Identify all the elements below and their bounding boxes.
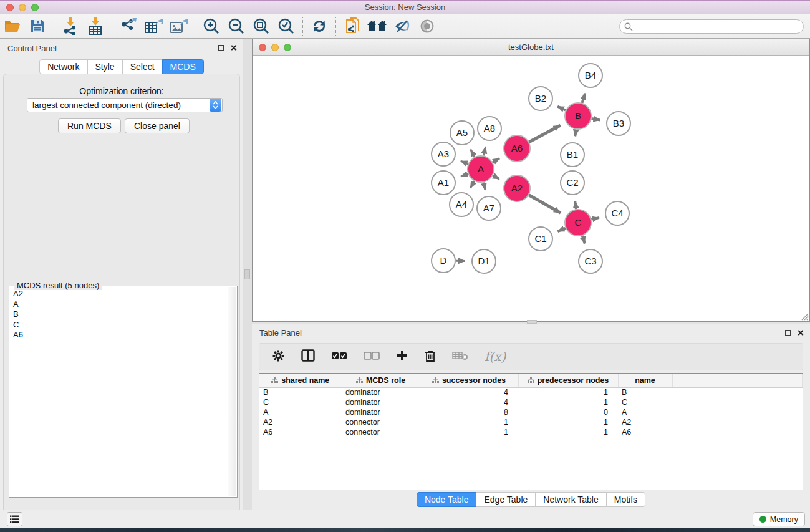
zoom-fit-icon[interactable]: [249, 15, 274, 37]
import-table-icon[interactable]: [83, 15, 108, 37]
zoom-selected-icon[interactable]: [274, 15, 299, 37]
table-cell[interactable]: 4: [420, 387, 518, 397]
column-header-successor-nodes[interactable]: successor nodes: [420, 374, 518, 387]
table-cell[interactable]: 1: [518, 387, 618, 397]
result-list-item[interactable]: A6: [11, 330, 227, 341]
column-view-icon[interactable]: [301, 349, 315, 364]
table-cell[interactable]: connector: [342, 427, 420, 437]
tab-mcds[interactable]: MCDS: [162, 59, 204, 74]
edge-C-C2[interactable]: [575, 201, 576, 210]
add-icon[interactable]: [396, 349, 408, 364]
table-cell[interactable]: dominator: [342, 387, 420, 397]
table-row[interactable]: Cdominator41C: [259, 397, 803, 407]
node-B4[interactable]: B4: [579, 64, 602, 87]
delete-table-icon[interactable]: [452, 351, 468, 363]
show-details-icon[interactable]: [415, 15, 440, 37]
refresh-layout-icon[interactable]: [307, 15, 332, 37]
node-B1[interactable]: B1: [561, 143, 584, 167]
table-cell[interactable]: connector: [342, 417, 420, 427]
node-C[interactable]: C: [565, 210, 591, 236]
tab-node-table[interactable]: Node Table: [417, 492, 477, 507]
node-C1[interactable]: C1: [529, 227, 552, 251]
save-session-icon[interactable]: [25, 15, 50, 37]
run-mcds-button[interactable]: Run MCDS: [58, 118, 121, 133]
mcds-result-list[interactable]: A2ABCA6: [11, 289, 227, 496]
clone-network-icon[interactable]: [340, 15, 365, 37]
edge-A-A2[interactable]: [493, 175, 499, 179]
table-row[interactable]: Adominator80A: [259, 407, 803, 417]
edge-A-A4[interactable]: [470, 181, 474, 188]
table-cell[interactable]: A6: [259, 427, 342, 437]
column-header-MCDS-role[interactable]: MCDS role: [342, 374, 420, 387]
tab-edge-table[interactable]: Edge Table: [476, 492, 536, 507]
node-D[interactable]: D: [432, 249, 455, 273]
edge-A-A7[interactable]: [483, 183, 485, 190]
home-icon[interactable]: [365, 15, 390, 37]
node-A3[interactable]: A3: [432, 142, 455, 166]
gear-icon[interactable]: [272, 349, 285, 365]
edge-A-A8[interactable]: [484, 147, 486, 155]
table-cell[interactable]: 1: [518, 397, 618, 407]
zoom-in-icon[interactable]: [199, 15, 224, 37]
network-canvas[interactable]: B4B2BB3A8A5A6A3B1AA1C2A2A4A7C4CC1C3DD1: [253, 56, 809, 321]
table-cell[interactable]: 1: [518, 427, 618, 437]
edge-A-A5[interactable]: [471, 150, 475, 157]
edge-A-A6[interactable]: [493, 158, 499, 162]
column-header-predecessor-nodes[interactable]: predecessor nodes: [518, 374, 618, 387]
export-image-icon[interactable]: [166, 15, 191, 37]
task-history-button[interactable]: [7, 512, 22, 526]
export-table-icon[interactable]: [141, 15, 166, 37]
table-cell[interactable]: 1: [420, 417, 518, 427]
table-cell[interactable]: dominator: [342, 407, 420, 417]
table-cell[interactable]: dominator: [342, 397, 420, 407]
column-header-shared-name[interactable]: shared name: [259, 374, 342, 387]
zoom-out-icon[interactable]: [224, 15, 249, 37]
node-B[interactable]: B: [565, 103, 591, 129]
tab-style[interactable]: Style: [87, 59, 123, 74]
vertical-split-divider[interactable]: [243, 39, 252, 510]
delete-icon[interactable]: [425, 349, 436, 365]
result-list-item[interactable]: A: [11, 299, 227, 310]
horizontal-divider-handle[interactable]: [527, 320, 537, 324]
node-A5[interactable]: A5: [450, 121, 474, 145]
edge-B-B3[interactable]: [592, 118, 600, 120]
table-cell[interactable]: A: [259, 407, 342, 417]
close-table-panel-icon[interactable]: [797, 329, 804, 336]
node-A1[interactable]: A1: [432, 171, 455, 195]
result-list-item[interactable]: B: [11, 309, 227, 320]
node-C3[interactable]: C3: [579, 249, 602, 273]
hide-details-icon[interactable]: [390, 15, 415, 37]
export-network-icon[interactable]: [116, 15, 141, 37]
edge-A6-B[interactable]: [529, 125, 560, 142]
table-cell[interactable]: 0: [518, 407, 618, 417]
node-A4[interactable]: A4: [450, 193, 473, 216]
edge-C-C4[interactable]: [591, 218, 599, 220]
node-A8[interactable]: A8: [478, 117, 501, 140]
edge-A-A1[interactable]: [461, 174, 468, 177]
divider-handle[interactable]: [244, 269, 250, 279]
optimization-criterion-select[interactable]: largest connected component (directed): [27, 98, 223, 112]
table-row[interactable]: A2connector11A2: [259, 417, 803, 427]
edge-C-C1[interactable]: [558, 228, 566, 231]
search-input[interactable]: [619, 19, 804, 34]
table-cell[interactable]: 4: [420, 397, 518, 407]
table-cell[interactable]: A6: [618, 427, 672, 437]
node-A[interactable]: A: [468, 156, 494, 182]
table-cell[interactable]: A: [618, 407, 672, 417]
edge-B-B1[interactable]: [575, 130, 576, 137]
table-cell[interactable]: B: [259, 387, 342, 397]
select-all-icon[interactable]: [331, 351, 347, 362]
table-cell[interactable]: 1: [420, 427, 518, 437]
open-file-icon[interactable]: [0, 15, 25, 37]
function-builder-icon[interactable]: f(x): [485, 349, 506, 364]
scrollbar[interactable]: [228, 287, 236, 496]
tab-network[interactable]: Network: [39, 59, 87, 74]
table-cell[interactable]: 1: [518, 417, 618, 427]
close-panel-button[interactable]: Close panel: [125, 118, 190, 133]
table-cell[interactable]: C: [259, 397, 342, 407]
node-C2[interactable]: C2: [561, 171, 584, 195]
table-cell[interactable]: B: [618, 387, 672, 397]
table-row[interactable]: A6connector11A6: [259, 427, 803, 437]
table-row[interactable]: Bdominator41B: [259, 387, 803, 397]
tab-select[interactable]: Select: [122, 59, 163, 74]
